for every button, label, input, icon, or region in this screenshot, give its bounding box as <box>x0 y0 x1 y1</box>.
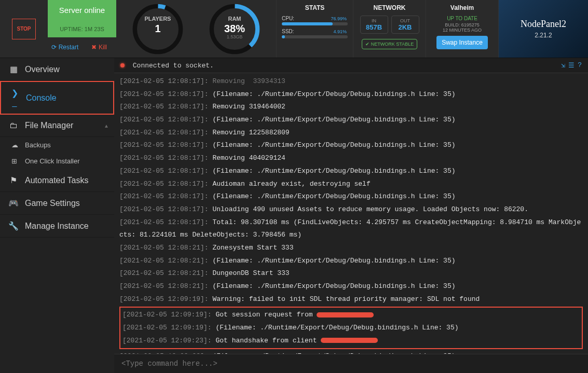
net-in-box: IN 857B <box>360 16 388 34</box>
connection-dot-icon <box>120 63 125 67</box>
log-line: [2021-02-05 12:08:17]: Removing 33934313 <box>119 75 583 88</box>
net-out-box: OUT 2KB <box>391 16 419 34</box>
server-status: Server online <box>48 0 116 21</box>
kill-button[interactable]: ✖ Kill <box>82 37 116 58</box>
log-line: [2021-02-05 12:09:19]: (Filename: ./Runt… <box>122 322 580 335</box>
gamepad-icon: 🎮 <box>8 198 19 208</box>
cpu-pct: 76.99% <box>331 16 347 21</box>
highlighted-log-box: [2021-02-05 12:09:19]: Got session reque… <box>119 307 583 349</box>
nav-manage-instance[interactable]: 🔧 Manage Instance <box>0 215 114 238</box>
kill-label: Kill <box>99 44 107 51</box>
nav-automated-label: Automated Tasks <box>25 176 88 185</box>
uptime-label: UPTIME: 1M 23S <box>48 21 116 37</box>
wrench-icon: 🔧 <box>8 221 19 231</box>
nav-manage-label: Manage Instance <box>25 222 89 231</box>
players-label: PLAYERS <box>121 16 194 22</box>
nav-file-manager-label: File Manager <box>25 121 73 130</box>
log-line: [2021-02-05 12:08:17]: (Filename: ./Runt… <box>119 139 583 152</box>
build-ago-label: 12 MINUTES AGO <box>429 27 495 33</box>
log-line: [2021-02-05 12:08:17]: Removing 31946400… <box>119 101 583 114</box>
network-stable-badge: ✔ NETWORK STABLE <box>362 39 417 49</box>
nav-console[interactable]: ❯_ Console <box>0 81 114 115</box>
ram-label: RAM <box>198 16 271 22</box>
log-line: [2021-02-05 12:08:17]: (Filename: ./Runt… <box>119 165 583 178</box>
log-line: [2021-02-05 12:08:21]: DungeonDB Start 3… <box>119 267 583 280</box>
brand-panel: NodePanel2 2.21.2 <box>498 0 588 58</box>
restart-button[interactable]: ⟳ Restart <box>48 37 82 58</box>
connected-label: Connected to socket. <box>133 62 214 70</box>
grid-icon: ▦ <box>8 64 19 74</box>
nav-one-click[interactable]: ⊞ One Click Installer <box>0 153 114 169</box>
sidebar: ▦ Overview ❯_ Console 🗀 File Manager ▲ ☁… <box>0 58 114 373</box>
nav-game-settings-label: Game Settings <box>25 199 80 208</box>
content-area: Connected to socket. ⇲ ☰ ? [2021-02-05 1… <box>114 58 588 373</box>
nav-one-click-label: One Click Installer <box>25 157 79 165</box>
redacted-text <box>321 338 378 343</box>
console-header: Connected to socket. ⇲ ☰ ? <box>114 58 588 73</box>
log-line: [2021-02-05 12:09:19]: Warning: failed t… <box>119 293 583 306</box>
uptodate-label: UP TO DATE <box>429 16 495 21</box>
command-input-area <box>114 354 588 373</box>
network-stable-label: NETWORK STABLE <box>371 42 414 47</box>
players-value: 1 <box>121 23 194 35</box>
players-gauge: PLAYERS 1 <box>121 0 194 58</box>
nav-overview[interactable]: ▦ Overview <box>0 58 114 81</box>
net-out-label: OUT <box>396 18 415 23</box>
log-line: [2021-02-05 12:09:23]: Got handshake fro… <box>122 335 580 348</box>
expand-icon[interactable]: ⇲ <box>561 61 565 70</box>
top-bar: STOP Server online UPTIME: 1M 23S ⟳ Rest… <box>0 0 588 58</box>
ssd-pct: 4.91% <box>333 29 347 34</box>
folder-icon: 🗀 <box>8 121 19 130</box>
restart-label: Restart <box>59 44 79 51</box>
nav-file-manager[interactable]: 🗀 File Manager ▲ <box>0 115 114 137</box>
check-icon: ✔ <box>365 42 370 47</box>
game-panel: Valheim UP TO DATE BUILD: 6195275 12 MIN… <box>426 0 498 58</box>
installer-icon: ⊞ <box>11 157 17 165</box>
log-line: [2021-02-05 12:08:17]: Removing 40402912… <box>119 152 583 165</box>
brand-version: 2.21.2 <box>535 32 552 39</box>
ram-percent: 38% <box>198 23 271 35</box>
backup-icon: ☁ <box>11 141 18 149</box>
network-title: NETWORK <box>357 4 422 11</box>
stop-button[interactable]: STOP <box>12 19 36 39</box>
nav-backups-label: Backups <box>25 141 51 149</box>
nav-automated-tasks[interactable]: ⚑ Automated Tasks <box>0 169 114 192</box>
terminal-icon: ❯_ <box>9 88 20 107</box>
tasks-icon: ⚑ <box>8 175 19 185</box>
stop-area: STOP <box>0 0 48 58</box>
log-line: [2021-02-05 12:08:17]: (Filename: ./Runt… <box>119 114 583 127</box>
log-line: [2021-02-05 12:08:17]: (Filename: ./Runt… <box>119 190 583 203</box>
console-body[interactable]: [2021-02-05 12:08:17]: Removing 33934313… <box>114 73 588 354</box>
ssd-bar: 4.91% <box>282 35 348 38</box>
help-icon[interactable]: ? <box>578 61 582 70</box>
net-out-value: 2KB <box>396 23 415 31</box>
list-icon[interactable]: ☰ <box>568 61 575 70</box>
swap-instance-button[interactable]: Swap Instance <box>436 36 488 49</box>
ram-gauge: RAM 38% 1.53GB <box>198 0 271 58</box>
log-line: [2021-02-05 12:08:21]: (Filename: ./Runt… <box>119 280 583 293</box>
net-in-label: IN <box>365 18 384 23</box>
game-title: Valheim <box>429 4 495 11</box>
log-line: [2021-02-05 12:08:17]: Unloading 490 unu… <box>119 203 583 216</box>
net-in-value: 857B <box>365 23 384 31</box>
build-label: BUILD: 6195275 <box>429 22 495 27</box>
log-line: [2021-02-05 12:09:19]: Got session reque… <box>122 309 580 322</box>
chevron-up-icon: ▲ <box>104 123 109 129</box>
log-line: [2021-02-05 12:08:17]: Audioman already … <box>119 178 583 191</box>
stats-panel: STATS CPU: 76.99% SSD: 4.91% <box>276 0 353 58</box>
brand-name: NodePanel2 <box>521 19 566 30</box>
restart-icon: ⟳ <box>51 44 57 51</box>
stats-title: STATS <box>282 4 348 11</box>
redacted-text <box>317 312 374 317</box>
command-input[interactable] <box>121 360 581 368</box>
kill-icon: ✖ <box>91 44 97 51</box>
network-panel: NETWORK IN 857B OUT 2KB ✔ NETWORK STABLE <box>353 0 426 58</box>
nav-game-settings[interactable]: 🎮 Game Settings <box>0 192 114 215</box>
log-line: [2021-02-05 12:08:17]: Total: 98.307108 … <box>119 216 583 242</box>
nav-console-label: Console <box>26 93 57 103</box>
log-line: [2021-02-05 12:08:21]: Zonesystem Start … <box>119 242 583 255</box>
cpu-bar: 76.99% <box>282 22 348 25</box>
nav-backups[interactable]: ☁ Backups <box>0 137 114 153</box>
log-line: [2021-02-05 12:08:17]: Removing 12258828… <box>119 127 583 140</box>
log-line: [2021-02-05 12:08:17]: (Filename: ./Runt… <box>119 88 583 101</box>
